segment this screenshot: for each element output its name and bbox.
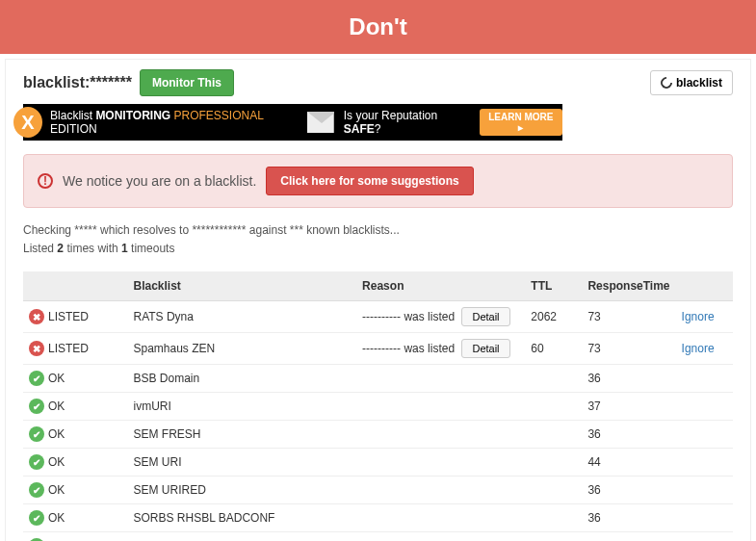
listed-icon: ✖ (29, 309, 44, 324)
status-label: OK (48, 483, 65, 497)
table-header-row: Blacklist Reason TTL ResponseTime (23, 271, 733, 301)
cell-action (676, 365, 733, 393)
cell-reason (356, 449, 525, 477)
cell-status: ✔ OK (23, 421, 127, 449)
th-status (23, 271, 127, 301)
cell-blacklist: BSB Domain (127, 365, 356, 393)
ok-icon: ✔ (29, 399, 44, 414)
table-row: ✔ OKBSB Domain 36 (23, 365, 733, 393)
suggestions-button[interactable]: Click here for some suggestions (266, 167, 473, 195)
summary-line-2: Listed 2 times with 1 timeouts (23, 240, 733, 258)
cell-status: ✔ OK (23, 532, 127, 541)
cell-status: ✔ OK (23, 449, 127, 477)
cell-reason (356, 504, 525, 532)
table-row: ✔ OKSORBS RHSBL BADCONF 36 (23, 504, 733, 532)
cell-blacklist: SORBS RHSBL NOMAIL (127, 532, 356, 541)
ok-icon: ✔ (29, 454, 44, 470)
refresh-blacklist-button[interactable]: blacklist (650, 70, 733, 95)
cell-action (676, 504, 733, 532)
th-reason: Reason (356, 271, 525, 301)
learn-more-button[interactable]: LEARN MORE ▸ (480, 109, 562, 136)
promo-x-icon: X (13, 107, 42, 138)
cell-action (676, 393, 733, 421)
table-body: ✖ LISTEDRATS Dyna---------- was listed D… (23, 301, 733, 541)
cell-blacklist: ivmURI (127, 393, 356, 421)
cell-ttl (525, 421, 582, 449)
cell-reason (356, 477, 525, 504)
promo-pre: Blacklist (50, 109, 95, 122)
alert-text: We notice you are on a blacklist. (63, 173, 256, 189)
cell-reason (356, 365, 525, 393)
th-blacklist: Blacklist (127, 271, 356, 301)
summary-line-1: Checking ***** which resolves to *******… (23, 221, 733, 240)
table-row: ✖ LISTEDSpamhaus ZEN---------- was liste… (23, 333, 733, 365)
cell-reason: ---------- was listed Detail (356, 301, 525, 333)
alert-icon: ! (38, 173, 53, 189)
detail-button[interactable]: Detail (461, 339, 509, 358)
promo-text-1: Blacklist MONITORING PROFESSIONAL EDITIO… (50, 109, 298, 136)
cell-ttl (525, 393, 582, 421)
top-banner: Don't (0, 0, 756, 54)
table-row: ✔ OKSORBS RHSBL NOMAIL 36 (23, 532, 733, 541)
cell-responsetime: 44 (582, 449, 675, 477)
refresh-label: blacklist (676, 76, 722, 90)
refresh-icon (658, 75, 674, 91)
table-row: ✔ OKSEM URIRED 36 (23, 477, 733, 504)
status-label: OK (48, 455, 65, 469)
cell-status: ✔ OK (23, 393, 127, 421)
cell-ttl (525, 504, 582, 532)
status-label: OK (48, 427, 65, 441)
header-left: blacklist:******* Monitor This (23, 69, 234, 96)
cell-status: ✖ LISTED (23, 333, 127, 365)
cell-ttl (525, 477, 582, 504)
ok-icon: ✔ (29, 510, 44, 526)
promo-professional: PROFESSIONAL (170, 109, 263, 122)
cell-action (676, 477, 733, 504)
cell-action (676, 421, 733, 449)
cell-blacklist: SEM URIRED (127, 477, 356, 504)
cell-responsetime: 37 (582, 393, 675, 421)
summary-text: Checking ***** which resolves to *******… (23, 221, 733, 258)
promo-q: ? (375, 122, 381, 136)
ok-icon: ✔ (29, 482, 44, 498)
promo-safe: SAFE (344, 122, 375, 136)
th-ttl: TTL (525, 271, 582, 301)
table-row: ✔ OKivmURI 37 (23, 393, 733, 421)
promo-rep-pre: Is your Reputation (344, 109, 437, 122)
cell-responsetime: 36 (582, 504, 675, 532)
cell-ttl: 2062 (525, 301, 582, 333)
cell-action (676, 449, 733, 477)
monitor-this-button[interactable]: Monitor This (140, 69, 234, 96)
cell-status: ✖ LISTED (23, 301, 127, 333)
page-title: blacklist:******* (23, 74, 132, 91)
cell-status: ✔ OK (23, 504, 127, 532)
status-label: OK (48, 511, 65, 525)
cell-reason (356, 421, 525, 449)
promo-monitoring: MONITORING (95, 109, 170, 122)
table-row: ✔ OKSEM FRESH 36 (23, 421, 733, 449)
cell-reason: ---------- was listed Detail (356, 333, 525, 365)
cell-action: Ignore (676, 333, 733, 365)
cell-ttl: 60 (525, 333, 582, 365)
ok-icon: ✔ (29, 371, 44, 386)
detail-button[interactable]: Detail (461, 307, 509, 326)
cell-responsetime: 36 (582, 532, 675, 541)
ignore-link[interactable]: Ignore (682, 310, 715, 323)
envelope-icon (307, 112, 334, 133)
cell-reason (356, 393, 525, 421)
listed-icon: ✖ (29, 341, 44, 356)
cell-status: ✔ OK (23, 477, 127, 504)
cell-blacklist: Spamhaus ZEN (127, 333, 356, 365)
cell-responsetime: 73 (582, 333, 675, 365)
ignore-link[interactable]: Ignore (682, 342, 715, 355)
cell-blacklist: SEM URI (127, 449, 356, 477)
blacklist-table: Blacklist Reason TTL ResponseTime ✖ LIST… (23, 271, 733, 541)
cell-responsetime: 36 (582, 477, 675, 504)
cell-action: Ignore (676, 301, 733, 333)
cell-responsetime: 36 (582, 365, 675, 393)
cell-status: ✔ OK (23, 365, 127, 393)
cell-responsetime: 36 (582, 421, 675, 449)
banner-title: Don't (349, 13, 406, 39)
table-row: ✖ LISTEDRATS Dyna---------- was listed D… (23, 301, 733, 333)
ok-icon: ✔ (29, 426, 44, 442)
